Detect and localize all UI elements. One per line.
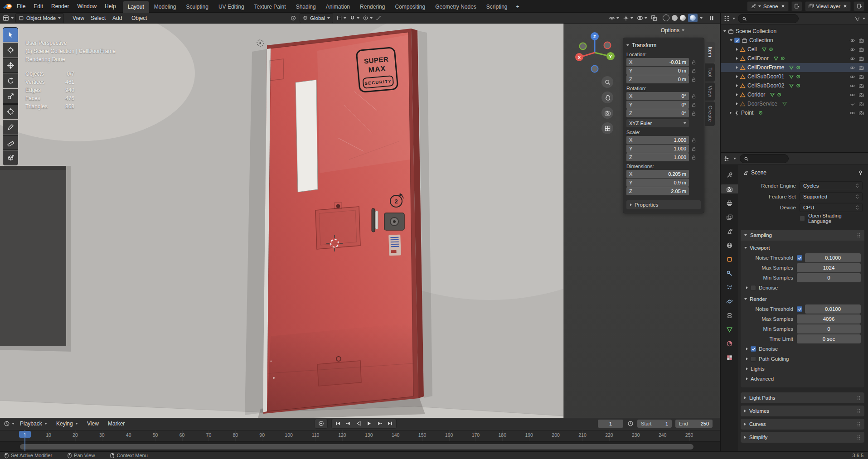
- viewport-menu-view[interactable]: View: [73, 13, 84, 23]
- viewport-min-samples-field[interactable]: 0: [797, 273, 861, 282]
- marker-menu[interactable]: Marker: [108, 418, 125, 429]
- shading-material-button[interactable]: [680, 15, 686, 21]
- new-view-layer-button[interactable]: [853, 1, 864, 11]
- render-noise-threshold-field[interactable]: 0.0100: [805, 304, 861, 314]
- properties-editor-icon[interactable]: [723, 155, 730, 162]
- dimensions-z-field[interactable]: Z2.05 m: [626, 187, 689, 195]
- rotation-x-field[interactable]: X0°: [626, 92, 689, 100]
- shading-solid-button[interactable]: [672, 15, 678, 21]
- add-workspace-button[interactable]: +: [513, 1, 523, 13]
- breadcrumb-scene[interactable]: Scene: [751, 169, 766, 176]
- workspace-tab-compositing[interactable]: Compositing: [390, 1, 430, 13]
- path-guiding-checkbox[interactable]: [751, 356, 756, 362]
- sampling-viewport-subheader[interactable]: Viewport: [742, 243, 863, 253]
- panel-grip-icon[interactable]: [857, 408, 861, 414]
- view-layer-selector[interactable]: ViewLayer: [805, 1, 851, 11]
- show-gizmo-toggle[interactable]: [623, 15, 633, 21]
- hide-in-viewport-icon[interactable]: [849, 83, 855, 89]
- disable-in-render-icon[interactable]: [858, 110, 864, 116]
- menu-edit[interactable]: Edit: [29, 0, 47, 13]
- disable-in-render-icon[interactable]: [858, 92, 864, 98]
- osl-checkbox[interactable]: [800, 216, 805, 221]
- play-button[interactable]: [364, 420, 374, 428]
- outliner-row-celldoorframe[interactable]: CellDoorFrame: [721, 63, 868, 72]
- toggle-xray-icon[interactable]: [651, 15, 657, 21]
- pause-render-icon[interactable]: [709, 15, 714, 21]
- viewport-menu-select[interactable]: Select: [91, 13, 106, 23]
- lock-icon[interactable]: [689, 60, 696, 65]
- location-y-field[interactable]: Y0 m: [626, 67, 689, 75]
- proportional-edit-toggle[interactable]: [363, 15, 373, 21]
- mode-dropdown[interactable]: Object Mode: [15, 13, 64, 23]
- lock-icon[interactable]: [689, 138, 696, 143]
- tab-texture[interactable]: [721, 353, 738, 362]
- tab-render[interactable]: [721, 184, 738, 193]
- location-z-field[interactable]: Z0 m: [626, 75, 689, 83]
- scene-selector[interactable]: Scene: [747, 1, 789, 11]
- sidebar-tab-tool[interactable]: Tool: [705, 63, 715, 82]
- filter-icon[interactable]: [854, 16, 860, 22]
- time-limit-field[interactable]: 0 sec: [797, 334, 861, 343]
- workspace-tab-geometry-nodes[interactable]: Geometry Nodes: [430, 1, 481, 13]
- hidden-eye-icon[interactable]: [849, 101, 855, 107]
- outliner-row-point[interactable]: Point: [721, 108, 868, 117]
- menu-file[interactable]: File: [13, 0, 29, 13]
- render-denoise-checkbox[interactable]: [751, 346, 756, 352]
- lock-icon[interactable]: [689, 155, 696, 160]
- curves-panel-header[interactable]: Curves: [741, 419, 864, 430]
- unlink-scene-icon[interactable]: [781, 4, 786, 9]
- sidebar-tab-create[interactable]: Create: [705, 101, 715, 126]
- jump-to-start-button[interactable]: [333, 420, 343, 428]
- menu-help[interactable]: Help: [101, 0, 120, 13]
- properties-search[interactable]: [740, 154, 789, 163]
- jump-to-next-keyframe-button[interactable]: [375, 420, 384, 428]
- menu-render[interactable]: Render: [47, 0, 73, 13]
- playhead-frame-badge[interactable]: 1: [19, 431, 31, 438]
- outliner-row-collection[interactable]: Collection: [721, 36, 868, 45]
- workspace-tab-modeling[interactable]: Modeling: [149, 1, 181, 13]
- workspace-tab-layout[interactable]: Layout: [123, 1, 149, 13]
- light-paths-panel-header[interactable]: Light Paths: [741, 392, 864, 403]
- snap-toggle[interactable]: [349, 15, 359, 21]
- viewport-noise-threshold-field[interactable]: 0.1000: [805, 253, 861, 262]
- tab-modifiers[interactable]: [721, 269, 738, 278]
- outliner-row-coridor[interactable]: Coridor: [721, 90, 868, 99]
- tab-material[interactable]: [721, 339, 738, 348]
- editor-type-selector[interactable]: [3, 13, 14, 23]
- tab-output[interactable]: [721, 198, 738, 208]
- disable-in-render-icon[interactable]: [858, 101, 864, 107]
- outliner-row-cellsubdoor01[interactable]: CellSubDoor01: [721, 72, 868, 81]
- blender-logo-icon[interactable]: [3, 3, 13, 10]
- chevron-down-icon[interactable]: [732, 18, 735, 19]
- properties-search-input[interactable]: [751, 155, 785, 162]
- transform-panel-header[interactable]: Transform: [626, 41, 701, 50]
- object-visibility-dropdown[interactable]: [609, 15, 619, 21]
- falloff-curve-icon[interactable]: [376, 15, 382, 21]
- sidebar-tab-view[interactable]: View: [705, 82, 715, 101]
- outliner-row-celldoor[interactable]: CellDoor: [721, 54, 868, 63]
- shading-rendered-button[interactable]: [688, 14, 698, 22]
- hide-in-viewport-icon[interactable]: [849, 92, 855, 98]
- tab-constraints[interactable]: [721, 311, 738, 320]
- workspace-tab-uv-editing[interactable]: UV Editing: [213, 1, 249, 13]
- disable-in-render-icon[interactable]: [858, 38, 864, 43]
- timeline-view-menu[interactable]: View: [87, 418, 99, 429]
- tab-tool[interactable]: [721, 170, 738, 179]
- tab-physics[interactable]: [721, 297, 738, 306]
- scale-x-field[interactable]: X1.000: [626, 136, 689, 144]
- rotation-z-field[interactable]: Z0°: [626, 109, 689, 117]
- tab-particles[interactable]: [721, 283, 738, 292]
- outliner-search-input[interactable]: [749, 15, 795, 22]
- lock-icon[interactable]: [689, 111, 696, 116]
- tab-object-data[interactable]: [721, 325, 738, 334]
- advanced-subpanel[interactable]: Advanced: [742, 374, 863, 384]
- tool-rotate[interactable]: [3, 73, 18, 88]
- workspace-tab-rendering[interactable]: Rendering: [355, 1, 390, 13]
- tool-measure[interactable]: [3, 135, 18, 150]
- workspace-tab-animation[interactable]: Animation: [321, 1, 355, 13]
- render-max-samples-field[interactable]: 4096: [797, 314, 861, 324]
- viewport-menu-object[interactable]: Object: [131, 13, 147, 23]
- record-button[interactable]: [316, 420, 326, 428]
- outliner-row-scene-collection[interactable]: Scene Collection: [721, 27, 868, 36]
- tab-object[interactable]: [721, 255, 738, 264]
